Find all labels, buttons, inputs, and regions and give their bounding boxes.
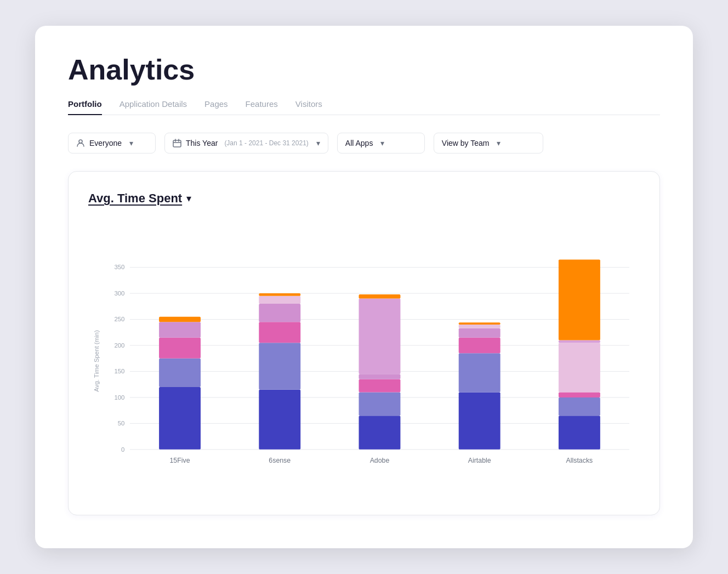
bar-allstacks-lavender bbox=[559, 343, 600, 392]
tab-application-details[interactable]: Application Details bbox=[120, 99, 187, 115]
everyone-label: Everyone bbox=[89, 139, 122, 147]
bar-15five-orange bbox=[159, 317, 201, 322]
tab-portfolio[interactable]: Portfolio bbox=[68, 99, 102, 115]
chart-chevron[interactable]: ▾ bbox=[186, 192, 191, 204]
svg-text:Airtable: Airtable bbox=[468, 456, 491, 464]
bar-allstacks-pink-light bbox=[559, 340, 600, 343]
bar-airtable-pink-light bbox=[459, 328, 501, 337]
svg-text:Allstacks: Allstacks bbox=[566, 456, 593, 464]
calendar-icon bbox=[173, 139, 181, 147]
everyone-filter[interactable]: Everyone ▾ bbox=[68, 133, 156, 154]
tab-pages[interactable]: Pages bbox=[204, 99, 228, 115]
page-title: Analytics bbox=[68, 53, 660, 86]
chart-card: Avg. Time Spent ▾ Avg. Time Spent (min) … bbox=[68, 171, 660, 515]
svg-text:250: 250 bbox=[114, 316, 124, 322]
bar-adobe-blue-dark bbox=[359, 416, 401, 450]
team-filter[interactable]: View by Team ▾ bbox=[434, 133, 543, 154]
main-card: Analytics Portfolio Application Details … bbox=[35, 26, 693, 548]
apps-chevron: ▾ bbox=[380, 139, 384, 147]
bar-6sense-orange bbox=[259, 293, 300, 296]
bar-6sense-pink-light bbox=[259, 304, 300, 322]
svg-text:100: 100 bbox=[114, 394, 124, 400]
bar-adobe-orange bbox=[359, 294, 401, 299]
bar-allstacks-orange bbox=[559, 259, 600, 340]
apps-label: All Apps bbox=[345, 139, 373, 147]
bar-6sense-blue-dark bbox=[259, 389, 300, 449]
svg-text:200: 200 bbox=[114, 342, 124, 349]
svg-text:6sense: 6sense bbox=[269, 456, 291, 464]
bar-airtable-blue-dark bbox=[459, 392, 501, 449]
svg-text:50: 50 bbox=[118, 420, 125, 427]
bar-allstacks-blue-light bbox=[559, 397, 600, 416]
tab-visitors[interactable]: Visitors bbox=[295, 99, 322, 115]
bar-6sense-blue-light bbox=[259, 343, 300, 389]
bar-adobe-pink-dark bbox=[359, 379, 401, 392]
svg-point-0 bbox=[79, 140, 82, 143]
bar-airtable-orange bbox=[459, 322, 501, 325]
filter-bar: Everyone ▾ This Year (Jan 1 - 2021 - Dec… bbox=[68, 133, 660, 154]
bar-adobe-pink-light bbox=[359, 374, 401, 379]
everyone-chevron: ▾ bbox=[129, 139, 133, 147]
bar-15five-pink-dark bbox=[159, 338, 201, 359]
bar-airtable-pink-dark bbox=[459, 338, 501, 353]
bar-allstacks-blue-dark bbox=[559, 416, 600, 450]
svg-text:150: 150 bbox=[114, 368, 124, 374]
team-label: View by Team bbox=[442, 139, 490, 147]
date-label: This Year bbox=[186, 139, 218, 147]
svg-text:300: 300 bbox=[114, 290, 124, 297]
bar-airtable-blue-light bbox=[459, 353, 501, 392]
team-chevron: ▾ bbox=[497, 139, 501, 147]
date-filter[interactable]: This Year (Jan 1 - 2021 - Dec 31 2021) ▾ bbox=[164, 133, 328, 154]
svg-text:350: 350 bbox=[114, 264, 124, 270]
bar-15five-blue-light bbox=[159, 358, 201, 387]
bar-15five-pink-light bbox=[159, 322, 201, 337]
bar-15five-blue-dark bbox=[159, 387, 201, 450]
tab-features[interactable]: Features bbox=[246, 99, 278, 115]
svg-rect-1 bbox=[173, 140, 181, 147]
person-icon bbox=[76, 139, 85, 147]
date-chevron: ▾ bbox=[316, 139, 320, 147]
date-sub: (Jan 1 - 2021 - Dec 31 2021) bbox=[224, 139, 308, 147]
bar-adobe-lavender bbox=[359, 298, 401, 374]
bar-airtable-lavender bbox=[459, 325, 501, 328]
bar-allstacks-pink-dark bbox=[559, 392, 600, 397]
bar-chart: Avg. Time Spent (min) 0 50 100 150 20 bbox=[88, 219, 640, 493]
svg-text:15Five: 15Five bbox=[170, 456, 190, 464]
chart-title: Avg. Time Spent bbox=[88, 191, 182, 206]
chart-area: Avg. Time Spent (min) 0 50 100 150 20 bbox=[88, 219, 640, 493]
tab-nav: Portfolio Application Details Pages Feat… bbox=[68, 99, 660, 115]
svg-text:Avg. Time Spent (min): Avg. Time Spent (min) bbox=[93, 330, 100, 392]
bar-adobe-blue-light bbox=[359, 392, 401, 416]
bar-6sense-lavender bbox=[259, 296, 300, 304]
svg-text:Adobe: Adobe bbox=[370, 456, 390, 464]
chart-header: Avg. Time Spent ▾ bbox=[88, 191, 640, 206]
svg-text:0: 0 bbox=[121, 446, 124, 452]
apps-filter[interactable]: All Apps ▾ bbox=[337, 133, 425, 154]
bar-6sense-pink-dark bbox=[259, 322, 300, 343]
